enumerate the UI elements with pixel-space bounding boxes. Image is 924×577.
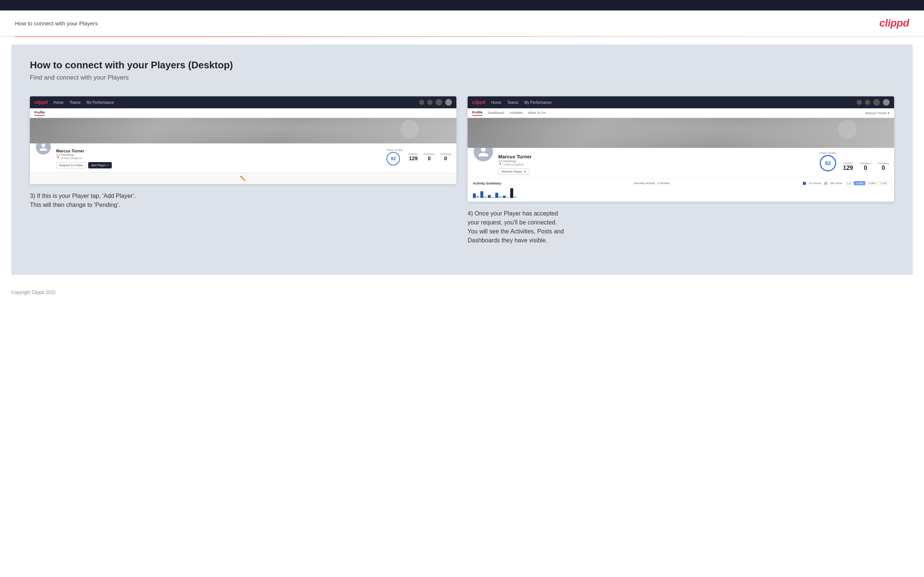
sc1-add-player-button[interactable]: Add Player + xyxy=(88,162,112,168)
sc2-bar-offcourse-2 xyxy=(484,197,487,198)
sc2-activity-header: Activity Summary Monthly Activity - 6 Mo… xyxy=(473,181,889,185)
sc1-activities-label: Activities xyxy=(408,153,418,155)
sc1-nav-teams[interactable]: Teams xyxy=(69,100,80,105)
sc2-bar-oncourse-5 xyxy=(503,196,506,198)
sc1-following-stat: Following 0 xyxy=(440,153,451,161)
sc2-profile-top: Marcus Turner 1-5 Handicap 📍 United King… xyxy=(473,152,889,175)
sc1-following-label: Following xyxy=(440,153,451,155)
sc1-settings-icon[interactable] xyxy=(435,99,442,106)
caption-2-text: 4) Once your Player has acceptedyour req… xyxy=(468,209,894,245)
header-divider xyxy=(15,37,909,37)
main-title: How to connect with your Players (Deskto… xyxy=(30,60,894,71)
sc1-profile-section: Marcus Turner 1-5 Handicap 📍 United King… xyxy=(30,143,456,172)
sc2-quality-value: 92 xyxy=(820,155,836,171)
sc2-tab-profile[interactable]: Profile xyxy=(472,111,483,116)
sc2-navbar: clippd Home Teams My Performance xyxy=(468,96,894,108)
footer-copyright: Copyright Clippd 2022 xyxy=(11,290,56,295)
sc2-search-icon[interactable] xyxy=(857,100,862,105)
sc2-activity-period: Monthly Activity - 6 Months xyxy=(634,182,670,185)
sc2-logo: clippd xyxy=(472,100,485,105)
sc2-bar-oncourse-4 xyxy=(495,193,498,198)
sc2-hero-overlay xyxy=(468,118,894,148)
sc2-activity-controls: On course Off course 1 yr 6 mths 3 mths … xyxy=(803,181,889,185)
sc2-nav-teams[interactable]: Teams xyxy=(507,100,518,105)
screenshot-2: clippd Home Teams My Performance Profile… xyxy=(468,96,894,201)
sc2-bar-offcourse-1 xyxy=(476,196,479,198)
sc1-nav-icons xyxy=(419,99,452,106)
sc2-tab-dashboard[interactable]: Dashboard xyxy=(488,111,504,115)
sc1-tab-profile[interactable]: Profile xyxy=(34,111,45,116)
sc2-bar-group-2 xyxy=(480,191,487,198)
sc2-bar-offcourse-5 xyxy=(506,197,509,198)
sc2-bar-oncourse-1 xyxy=(473,193,476,198)
sc2-following-value: 0 xyxy=(878,165,889,171)
sc2-activities-stat: Activities 129 xyxy=(843,162,853,171)
sc1-navbar: clippd Home Teams My Performance xyxy=(30,96,456,108)
sc2-legend: On course Off course xyxy=(803,182,842,185)
sc2-offcourse-label: Off course xyxy=(830,182,842,184)
sc1-following-value: 0 xyxy=(440,155,451,161)
sc2-bar-chart xyxy=(473,187,889,199)
sc2-player-name: Marcus Turner xyxy=(498,154,815,160)
sc2-quality-stat: Player Quality 92 xyxy=(820,152,836,171)
sc2-activities-value: 129 xyxy=(843,165,853,171)
sc1-search-icon[interactable] xyxy=(419,100,424,105)
sc2-bar-group-6 xyxy=(510,188,517,198)
sc2-period-3mths[interactable]: 3 mths xyxy=(866,181,878,185)
sc2-nav-home[interactable]: Home xyxy=(491,100,501,105)
sc2-hero-image xyxy=(468,118,894,148)
sc2-following-stat: Following 0 xyxy=(878,162,889,171)
sc2-bar-offcourse-6 xyxy=(514,197,517,198)
header-title: How to connect with your Players xyxy=(15,20,98,26)
sc1-location-icon: 📍 xyxy=(56,156,60,160)
sc2-bar-group-1 xyxy=(473,193,479,198)
sc1-avatar-icon xyxy=(39,143,48,152)
sc2-period-1yr[interactable]: 1 yr xyxy=(845,181,853,185)
sc2-bar-offcourse-3 xyxy=(491,197,494,198)
sc2-user-icon[interactable] xyxy=(865,100,870,105)
sc2-activity-title: Activity Summary xyxy=(473,182,501,185)
sc1-hero-overlay xyxy=(30,118,456,143)
sc1-followers-value: 0 xyxy=(423,155,435,161)
sc2-period-1mth[interactable]: 1 mth xyxy=(879,181,889,185)
sc1-user-icon[interactable] xyxy=(427,100,433,105)
screenshot-1: clippd Home Teams My Performance Profile xyxy=(30,96,456,184)
sc1-profile-info: Marcus Turner 1-5 Handicap 📍 United King… xyxy=(56,148,382,168)
clippd-logo: clippd xyxy=(880,17,909,29)
sc2-nav-performance[interactable]: My Performance xyxy=(524,100,551,105)
sc1-stats: Player Quality 92 Activities 129 Followe… xyxy=(386,147,451,166)
sc1-logo: clippd xyxy=(34,100,47,105)
main-subtitle: Find and connect with your Players xyxy=(30,74,894,81)
sc1-followers-label: Followers xyxy=(423,153,435,155)
sc1-action-buttons: Request to Follow Add Player + xyxy=(56,162,382,168)
sc1-nav-performance[interactable]: My Performance xyxy=(86,100,114,105)
sc2-profile-icon[interactable] xyxy=(883,99,890,106)
sc2-followers-value: 0 xyxy=(860,165,871,171)
sc2-remove-icon: ✕ xyxy=(524,170,526,173)
sc2-player-handicap: 1-5 Handicap xyxy=(498,160,815,163)
sc1-nav-home[interactable]: Home xyxy=(53,100,63,105)
sc1-player-location: 📍 United Kingdom xyxy=(56,156,382,160)
screenshots-row: clippd Home Teams My Performance Profile xyxy=(30,96,894,245)
sc2-bar-group-4 xyxy=(495,193,502,198)
sc2-nav-icons xyxy=(857,99,890,106)
sc1-activities-stat: Activities 129 xyxy=(408,153,418,161)
sc2-bar-offcourse-4 xyxy=(499,196,502,198)
sc2-period-6mths[interactable]: 6 mths xyxy=(854,181,865,185)
header: How to connect with your Players clippd xyxy=(0,10,924,37)
sc2-tab-activities[interactable]: Activities xyxy=(509,111,523,115)
sc1-follow-button[interactable]: Request to Follow xyxy=(56,162,86,168)
sc1-profile-icon[interactable] xyxy=(445,99,452,106)
caption-2: 4) Once your Player has acceptedyour req… xyxy=(468,201,894,245)
sc2-stats-right: Player Quality 92 Activities 129 Followe… xyxy=(820,152,889,171)
sc2-oncourse-dot xyxy=(803,182,806,185)
caption-1-text: 3) If this is your Player tap, 'Add Play… xyxy=(30,192,456,210)
sc1-activities-value: 129 xyxy=(408,155,418,161)
sc2-tab-whattoon[interactable]: What To On xyxy=(528,111,546,115)
sc2-remove-player-button[interactable]: Remove Player ✕ xyxy=(498,168,530,175)
sc1-quality-value: 92 xyxy=(386,152,400,166)
sc1-edit-area: ✏️ xyxy=(30,172,456,184)
sc1-tabbar: Profile xyxy=(30,108,456,118)
sc2-tab-user-name: Marcus Turner ▾ xyxy=(865,111,890,115)
sc2-settings-icon[interactable] xyxy=(873,99,880,106)
